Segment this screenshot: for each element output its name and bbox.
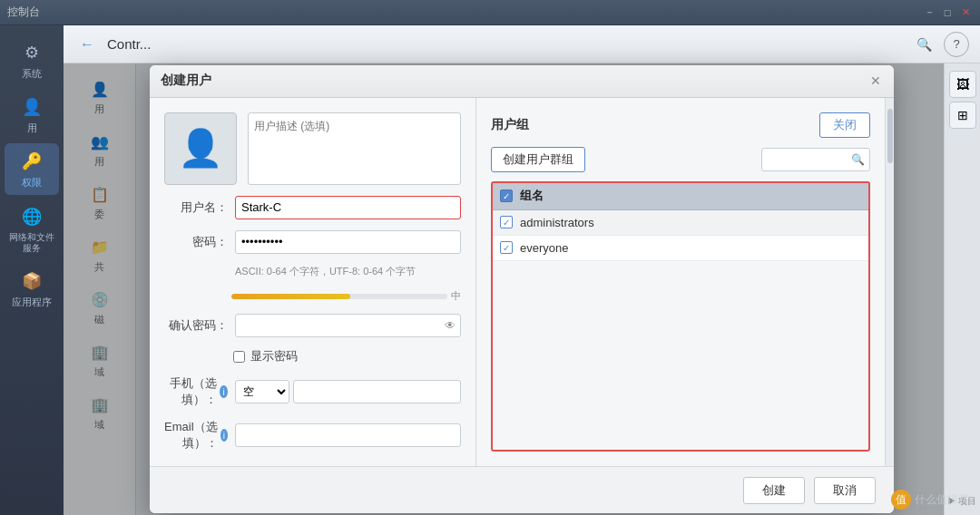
confirm-password-wrap: 👁 — [235, 314, 461, 337]
sidebar-item-system[interactable]: ⚙ 系统 — [5, 34, 59, 85]
watermark: 值 什么值得买 — [891, 490, 969, 510]
phone-select-wrap: 空 — [235, 380, 461, 403]
cancel-button[interactable]: 取消 — [814, 477, 876, 504]
app-icon: 📦 — [19, 268, 44, 294]
sidebar-label-user: 用 — [27, 122, 37, 134]
sidebar-item-app[interactable]: 📦 应用程序 — [5, 263, 59, 314]
create-button[interactable]: 创建 — [743, 477, 805, 504]
maximize-button[interactable]: □ — [940, 5, 955, 20]
everyone-checkbox[interactable] — [500, 241, 513, 254]
create-group-button[interactable]: 创建用户群组 — [491, 147, 585, 172]
minimize-button[interactable]: － — [922, 5, 936, 20]
sidebar-item-user[interactable]: 👤 用 — [5, 89, 59, 140]
group-table-header: ✓ 组名 — [493, 183, 868, 210]
window-controls: － □ ✕ — [922, 5, 973, 20]
password-row: 密码： — [164, 230, 461, 254]
password-strength-label: 中 — [451, 289, 461, 303]
sidebar-label-permission: 权限 — [22, 177, 42, 189]
main-sidebar: ⚙ 系统 👤 用 🔑 权限 🌐 网络和文件服务 📦 应用程序 — [0, 25, 64, 515]
table-row[interactable]: administrators — [493, 210, 868, 236]
group-name-column-header: 组名 — [520, 188, 544, 204]
watermark-logo: 值 — [891, 490, 911, 510]
create-user-dialog: 创建用户 ✕ 👤 — [150, 65, 894, 513]
table-row[interactable]: everyone — [493, 236, 868, 261]
administrators-name: administrators — [520, 216, 594, 229]
phone-number-input[interactable] — [293, 380, 461, 403]
titlebar-right: 🔍 ? — [911, 32, 969, 57]
watermark-text: 什么值得买 — [915, 492, 969, 508]
dialog-footer: 创建 取消 — [150, 466, 894, 513]
app-body: 👤 用 👥 用 📋 委 📁 共 💿 磁 — [64, 63, 980, 515]
window-titlebar: 控制台 － □ ✕ — [0, 0, 980, 25]
user-description-input[interactable] — [248, 112, 461, 185]
scroll-thumb — [887, 109, 893, 163]
sidebar-label-app: 应用程序 — [12, 296, 52, 308]
dialog-close-button[interactable]: ✕ — [867, 72, 885, 90]
section-title: 用户组 — [491, 117, 529, 133]
phone-country-select[interactable]: 空 — [235, 380, 289, 403]
avatar-area: 👤 — [164, 112, 461, 185]
group-search-icon: 🔍 — [851, 153, 865, 166]
back-button[interactable]: ← — [74, 34, 100, 54]
show-password-checkbox[interactable] — [233, 351, 245, 363]
everyone-name: everyone — [520, 241, 568, 255]
show-password-label: 显示密码 — [250, 348, 298, 364]
user-icon: 👤 — [19, 94, 44, 120]
password-strength-fill — [231, 294, 350, 299]
password-label: 密码： — [164, 234, 228, 250]
dialog-right-panel: 用户组 关闭 创建用户群组 🔍 — [476, 98, 885, 466]
email-label: Email（选填）： i — [164, 419, 228, 452]
phone-row: 手机（选填）： i 空 — [164, 375, 461, 408]
main-content: ← Contr... 🔍 ? 👤 用 👥 用 📋 — [64, 25, 980, 515]
right-panel-header: 用户组 关闭 — [491, 112, 870, 138]
help-button[interactable]: ? — [944, 32, 969, 57]
close-section-button[interactable]: 关闭 — [819, 112, 870, 138]
window-title: 控制台 — [7, 5, 922, 20]
eye-icon: 👁 — [445, 319, 456, 332]
confirm-password-label: 确认密码： — [164, 317, 228, 334]
network-icon: 🌐 — [19, 204, 44, 229]
password-input[interactable] — [235, 230, 461, 254]
app-title: Contr... — [107, 36, 151, 52]
items-panel: 🖼 ⊞ ▶ 项目 — [944, 63, 980, 515]
dialog-titlebar: 创建用户 ✕ — [150, 65, 894, 98]
email-input[interactable] — [235, 423, 461, 447]
create-group-row: 创建用户群组 🔍 — [491, 147, 870, 172]
username-input[interactable] — [235, 196, 461, 219]
dialog-body: 👤 用户名： — [150, 98, 894, 466]
dialog-title: 创建用户 — [161, 73, 211, 89]
desktop: 控制台 － □ ✕ ⚙ 系统 👤 用 🔑 权限 🌐 网络和文件服务 📦 应用程序 — [0, 0, 980, 515]
items-icon-btn-1[interactable]: 🖼 — [949, 71, 976, 98]
group-search-wrap: 🔍 — [761, 148, 870, 171]
confirm-password-input[interactable] — [235, 314, 461, 337]
email-row: Email（选填）： i — [164, 419, 461, 452]
avatar-placeholder-icon: 👤 — [178, 127, 223, 170]
dialog-overlay: 创建用户 ✕ 👤 — [64, 63, 980, 515]
header-checkbox[interactable]: ✓ — [500, 189, 513, 202]
app-titlebar: ← Contr... 🔍 ? — [64, 25, 980, 63]
system-icon: ⚙ — [19, 40, 44, 65]
password-hint-row: ASCII: 0-64 个字符，UTF-8: 0-64 个字节 — [164, 265, 461, 278]
password-strength-row: 中 — [164, 289, 461, 303]
administrators-checkbox[interactable] — [500, 216, 513, 228]
sidebar-item-network[interactable]: 🌐 网络和文件服务 — [5, 199, 59, 259]
user-desc-area — [248, 112, 461, 185]
password-strength-bar — [231, 294, 447, 299]
avatar-box[interactable]: 👤 — [164, 112, 237, 185]
password-hint-text: ASCII: 0-64 个字符，UTF-8: 0-64 个字节 — [235, 265, 461, 278]
items-icon-btn-2[interactable]: ⊞ — [949, 102, 976, 129]
header-check-mark: ✓ — [503, 191, 510, 201]
close-window-button[interactable]: ✕ — [958, 5, 973, 20]
email-info-icon[interactable]: i — [220, 429, 228, 442]
username-label: 用户名： — [164, 199, 228, 216]
phone-info-icon[interactable]: i — [220, 385, 228, 398]
confirm-password-row: 确认密码： 👁 — [164, 314, 461, 337]
permission-icon: 🔑 — [19, 149, 44, 174]
group-table: ✓ 组名 administrators e — [491, 181, 870, 452]
sidebar-item-permission[interactable]: 🔑 权限 — [5, 143, 59, 194]
username-row: 用户名： — [164, 196, 461, 219]
dialog-left-panel: 👤 用户名： — [150, 98, 476, 466]
search-button[interactable]: 🔍 — [911, 32, 936, 57]
right-scrollbar[interactable] — [885, 98, 894, 466]
sidebar-label-system: 系统 — [22, 68, 42, 80]
